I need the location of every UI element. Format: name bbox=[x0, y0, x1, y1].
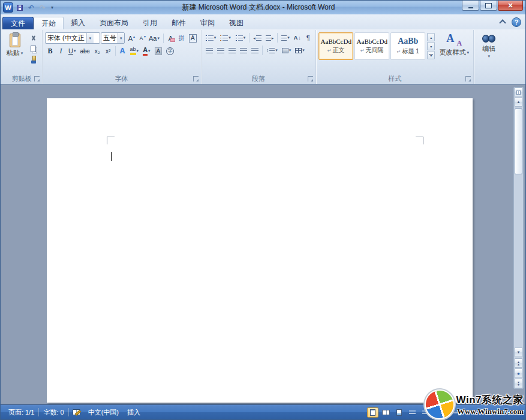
print-layout-view-button[interactable] bbox=[367, 407, 378, 418]
win7-flag-logo-icon bbox=[422, 387, 457, 420]
gallery-down-button[interactable] bbox=[427, 42, 435, 50]
ruler-toggle-button[interactable] bbox=[514, 87, 523, 97]
shading-button[interactable] bbox=[280, 45, 293, 56]
clipboard-dialog-launcher[interactable] bbox=[34, 76, 40, 81]
font-dialog-launcher[interactable] bbox=[193, 76, 199, 81]
bullets-button[interactable] bbox=[204, 32, 218, 43]
minimize-button[interactable] bbox=[462, 1, 479, 11]
page-indicator[interactable]: 页面: 1/1 bbox=[4, 405, 38, 419]
align-center-icon bbox=[217, 48, 224, 53]
paste-button[interactable]: 粘贴 bbox=[4, 31, 26, 74]
font-size-select[interactable]: 五号 bbox=[101, 32, 125, 44]
text-effects-button[interactable]: A bbox=[118, 46, 128, 56]
shading-icon bbox=[282, 48, 288, 53]
asian-layout-button[interactable] bbox=[279, 32, 291, 43]
tab-page-layout[interactable]: 页面布局 bbox=[92, 17, 136, 29]
enclose-characters-button[interactable]: 字 bbox=[164, 46, 176, 56]
font-color-button[interactable]: A bbox=[141, 46, 152, 56]
copy-button[interactable] bbox=[27, 44, 40, 54]
italic-button[interactable]: I bbox=[56, 46, 66, 56]
font-name-select[interactable]: 宋体 (中文正 bbox=[45, 32, 100, 44]
highlight-color-button[interactable]: ab bbox=[128, 46, 141, 56]
decrease-indent-button[interactable]: ◂ bbox=[251, 32, 263, 43]
save-icon bbox=[17, 5, 23, 11]
style-normal[interactable]: AaBbCcDd 正文 bbox=[318, 32, 353, 60]
phonetic-guide-button[interactable]: 拼 bbox=[176, 33, 187, 44]
proofing-status-button[interactable] bbox=[69, 405, 84, 419]
editing-menu-button[interactable]: 编辑 bbox=[476, 31, 501, 74]
styles-dialog-launcher[interactable] bbox=[465, 76, 471, 81]
sort-button[interactable]: A↓ bbox=[292, 32, 303, 43]
clear-formatting-button[interactable]: A bbox=[166, 33, 176, 44]
scroll-up-button[interactable] bbox=[514, 97, 523, 107]
show-hide-marks-button[interactable]: ¶ bbox=[303, 32, 313, 43]
multilevel-list-button[interactable] bbox=[233, 32, 248, 43]
save-button[interactable] bbox=[15, 3, 25, 13]
change-styles-button[interactable]: 更改样式 bbox=[437, 31, 471, 74]
redo-button[interactable] bbox=[38, 3, 47, 13]
document-page[interactable] bbox=[47, 98, 473, 403]
align-center-button[interactable] bbox=[215, 45, 226, 56]
justify-button[interactable] bbox=[238, 45, 249, 56]
web-layout-view-button[interactable] bbox=[393, 407, 405, 418]
scrollbar-track[interactable] bbox=[514, 107, 523, 347]
tab-home[interactable]: 开始 bbox=[34, 17, 64, 29]
select-browse-object-button[interactable] bbox=[514, 368, 523, 378]
gallery-more-button[interactable] bbox=[427, 51, 435, 59]
watermark-title: Win7系统之家 bbox=[456, 393, 524, 407]
tab-insert[interactable]: 插入 bbox=[64, 17, 92, 29]
borders-button[interactable] bbox=[293, 45, 306, 56]
next-page-button[interactable] bbox=[514, 379, 523, 388]
align-right-button[interactable] bbox=[227, 45, 238, 56]
bold-button[interactable]: B bbox=[45, 46, 55, 56]
insert-mode-indicator[interactable]: 插入 bbox=[123, 405, 145, 419]
grow-font-button[interactable]: A bbox=[125, 33, 136, 44]
tab-references[interactable]: 引用 bbox=[136, 17, 164, 29]
distribute-button[interactable] bbox=[250, 45, 260, 56]
tab-file[interactable]: 文件 bbox=[2, 17, 34, 29]
character-shading-button[interactable]: A bbox=[153, 46, 164, 56]
help-button[interactable] bbox=[512, 17, 521, 27]
scroll-down-button[interactable] bbox=[514, 348, 523, 357]
arrow-left-icon: ◂ bbox=[253, 36, 256, 40]
change-styles-icon bbox=[446, 34, 462, 47]
close-button[interactable] bbox=[498, 1, 523, 11]
format-painter-icon bbox=[31, 56, 37, 64]
paragraph-dialog-launcher[interactable] bbox=[308, 76, 313, 81]
style-no-spacing[interactable]: AaBbCcDd 无间隔 bbox=[354, 32, 389, 60]
gallery-up-button[interactable] bbox=[427, 33, 435, 41]
tab-mailings[interactable]: 邮件 bbox=[164, 17, 193, 29]
maximize-button[interactable] bbox=[480, 1, 497, 11]
multilevel-list-icon bbox=[235, 35, 243, 41]
minimize-ribbon-button[interactable] bbox=[498, 18, 507, 26]
shrink-font-button[interactable]: A bbox=[136, 33, 146, 44]
scrollbar-thumb[interactable] bbox=[515, 108, 522, 174]
web-page-icon bbox=[396, 409, 402, 416]
qat-customize-button[interactable] bbox=[49, 3, 55, 13]
numbering-button[interactable] bbox=[218, 32, 233, 43]
underline-button[interactable]: U bbox=[67, 46, 77, 56]
style-heading-1[interactable]: AaBb 标题 1 bbox=[390, 32, 425, 60]
increase-indent-button[interactable]: ▸ bbox=[264, 32, 276, 43]
character-border-button[interactable]: A bbox=[187, 33, 199, 44]
quick-access-toolbar bbox=[3, 2, 55, 13]
language-indicator[interactable]: 中文(中国) bbox=[84, 405, 123, 419]
word-count[interactable]: 字数: 0 bbox=[39, 405, 68, 419]
strikethrough-button[interactable]: abc bbox=[78, 46, 91, 56]
line-spacing-button[interactable]: ↕ bbox=[264, 45, 279, 56]
tab-view[interactable]: 视图 bbox=[222, 17, 251, 29]
undo-button[interactable] bbox=[26, 3, 36, 13]
titlebar: 新建 Microsoft Word 文档.docx - Microsoft Wo… bbox=[1, 1, 525, 14]
superscript-button[interactable]: x² bbox=[103, 46, 113, 56]
editing-group: 编辑 bbox=[474, 30, 504, 84]
tab-review[interactable]: 审阅 bbox=[193, 17, 222, 29]
align-left-button[interactable] bbox=[204, 45, 215, 56]
format-painter-button[interactable] bbox=[27, 55, 40, 65]
outline-view-button[interactable] bbox=[407, 407, 418, 418]
fullscreen-reading-view-button[interactable] bbox=[380, 407, 392, 418]
subscript-button[interactable]: x₂ bbox=[92, 46, 103, 56]
previous-page-button[interactable] bbox=[514, 358, 523, 368]
word-logo-icon[interactable] bbox=[3, 2, 13, 13]
change-case-button[interactable]: Aa bbox=[147, 33, 161, 44]
cut-button[interactable] bbox=[27, 33, 40, 43]
